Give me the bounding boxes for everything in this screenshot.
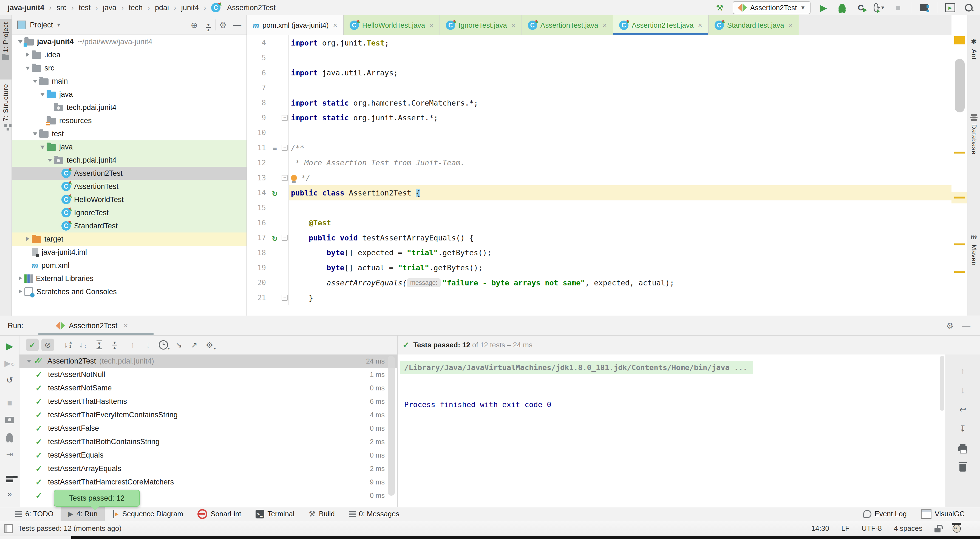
- breadcrumb-item[interactable]: junit4: [181, 3, 199, 12]
- breadcrumb-item[interactable]: test: [79, 3, 91, 12]
- toolwindow-toggle-icon[interactable]: [5, 524, 13, 533]
- export-results-button[interactable]: ↗: [188, 339, 200, 351]
- run-with-coverage-button[interactable]: C: [855, 2, 867, 14]
- test-root-row[interactable]: ✓✓Assertion2Test(tech.pdai.junit4)24 ms: [19, 355, 397, 368]
- code-line[interactable]: 7: [247, 80, 951, 95]
- restore-layout-button[interactable]: [3, 472, 16, 483]
- code-line[interactable]: 21− }: [247, 290, 951, 305]
- tree-row[interactable]: java-junit4~/pdai/www/java-junit4: [12, 35, 247, 48]
- profiler-button[interactable]: ▼: [873, 2, 885, 14]
- file-encoding[interactable]: UTF-8: [862, 524, 882, 533]
- tree-row[interactable]: Scratches and Consoles: [12, 285, 247, 298]
- import-test-results-button[interactable]: ⇥: [3, 448, 16, 460]
- breadcrumb-item[interactable]: src: [56, 3, 66, 12]
- breadcrumb-item[interactable]: pdai: [155, 3, 169, 12]
- comment-gutter-icon[interactable]: ≡: [272, 144, 277, 152]
- code-line[interactable]: 6import java.util.Arrays;: [247, 65, 951, 80]
- tree-row[interactable]: .idea: [12, 48, 247, 61]
- code-line[interactable]: 17↻− public void testAssertArrayEquals()…: [247, 230, 951, 245]
- tree-row[interactable]: CAssertionTest: [12, 180, 247, 193]
- editor-tab[interactable]: CHelloWorldTest.java×: [344, 15, 440, 35]
- tree-row[interactable]: main: [12, 75, 247, 88]
- code-line[interactable]: 10: [247, 125, 951, 140]
- stripe-tab-7-structure[interactable]: 7: Structure: [0, 81, 11, 147]
- toolwindow-button-sequence-diagram[interactable]: Sequence Diagram: [105, 507, 191, 521]
- tree-arrow-icon[interactable]: [24, 358, 34, 364]
- tree-row[interactable]: java: [12, 140, 247, 154]
- close-icon[interactable]: ×: [511, 21, 515, 30]
- lightbulb-icon[interactable]: [291, 175, 297, 181]
- sort-alphabetically-button[interactable]: ↓az: [59, 339, 72, 351]
- expand-all-button[interactable]: ▼▲: [93, 339, 105, 351]
- search-everywhere-button[interactable]: [963, 2, 975, 14]
- status-message[interactable]: Tests passed: 12 (moments ago): [18, 524, 121, 533]
- test-case-row[interactable]: ✓testAssertThatHasItems6 ms: [19, 395, 397, 408]
- test-history-button[interactable]: ▾: [157, 339, 170, 351]
- code-line[interactable]: 20 assertArrayEquals(message:"failure - …: [247, 275, 951, 290]
- build-hammer-icon[interactable]: ⚒: [714, 2, 725, 14]
- tree-row[interactable]: CIgnoreTest: [12, 206, 247, 219]
- toolwindow-button-build[interactable]: ⚒Build: [302, 507, 342, 521]
- code-line[interactable]: 15: [247, 200, 951, 216]
- print-button[interactable]: [957, 442, 969, 453]
- stripe-warning-tick[interactable]: [954, 243, 965, 245]
- rerun-button[interactable]: ▶: [3, 340, 16, 351]
- hide-panel-button[interactable]: —: [958, 321, 975, 331]
- code-line[interactable]: 9−import static org.junit.Assert.*;: [247, 110, 951, 125]
- tree-arrow-icon[interactable]: [16, 39, 24, 45]
- breadcrumb[interactable]: java-junit4›src›test›java›tech›pdai›juni…: [8, 0, 275, 15]
- fold-marker-icon[interactable]: −: [282, 145, 288, 151]
- tree-row[interactable]: src: [12, 61, 247, 75]
- filter-ignored-button[interactable]: ⊘: [41, 339, 54, 351]
- tree-row[interactable]: mpom.xml: [12, 259, 247, 272]
- tree-arrow-icon[interactable]: [31, 131, 39, 137]
- plugin-face-icon[interactable]: [953, 525, 961, 533]
- stripe-warning-square[interactable]: [954, 36, 965, 45]
- unlock-icon[interactable]: [934, 528, 940, 533]
- close-icon[interactable]: ×: [789, 21, 793, 30]
- indent-setting[interactable]: 4 spaces: [894, 524, 923, 533]
- tree-arrow-icon[interactable]: [16, 289, 24, 295]
- editor-tab[interactable]: mpom.xml (java-junit4)×: [247, 15, 344, 35]
- code-line[interactable]: 16 @Test: [247, 215, 951, 230]
- clear-console-button[interactable]: [957, 461, 969, 472]
- tree-row[interactable]: java-junit4.iml: [12, 246, 247, 259]
- run-anything-button[interactable]: ▶: [944, 2, 956, 14]
- filter-passed-button[interactable]: ✓: [26, 339, 39, 351]
- editor-tab[interactable]: CAssertion2Test.java×: [613, 15, 708, 35]
- fold-marker-icon[interactable]: −: [282, 115, 288, 121]
- editor-tab[interactable]: CAssertionTest.java×: [522, 15, 613, 35]
- console-scrollbar[interactable]: [940, 356, 944, 411]
- tree-row[interactable]: test: [12, 127, 247, 140]
- test-case-row[interactable]: ✓testAssertThatBothContainsString2 ms: [19, 435, 397, 448]
- run-tab[interactable]: Assertion2Test ×: [53, 316, 130, 335]
- settings-gear-icon[interactable]: ⚙: [942, 321, 958, 331]
- collapse-all-button[interactable]: ▼▲: [108, 339, 121, 351]
- close-icon[interactable]: ×: [603, 21, 607, 30]
- breadcrumb-class[interactable]: Assertion2Test: [227, 3, 275, 12]
- toolwindow-button-0-messages[interactable]: 0: Messages: [342, 507, 406, 521]
- code-line[interactable]: 14↻public class Assertion2Test {: [247, 185, 951, 200]
- run-button[interactable]: ▶: [818, 2, 829, 14]
- tree-arrow-icon[interactable]: [24, 52, 32, 58]
- test-case-row[interactable]: ✓testAssertEquals0 ms: [19, 448, 397, 462]
- line-ending[interactable]: LF: [841, 524, 850, 533]
- tree-arrow-icon[interactable]: [31, 78, 39, 84]
- tree-arrow-icon[interactable]: [24, 236, 32, 242]
- editor-scrollbar-thumb[interactable]: [955, 59, 965, 113]
- scroll-to-end-button[interactable]: ↧: [957, 423, 969, 434]
- stripe-tab-database[interactable]: Database: [967, 114, 980, 155]
- project-view-selector[interactable]: Project: [30, 21, 53, 29]
- toolwindow-button-visualgc[interactable]: VisualGC: [914, 507, 972, 521]
- breadcrumb-item[interactable]: tech: [129, 3, 143, 12]
- tree-arrow-icon[interactable]: [16, 275, 24, 282]
- editor-tab[interactable]: CStandardTest.java×: [708, 15, 799, 35]
- close-icon[interactable]: ×: [123, 321, 128, 330]
- locate-file-button[interactable]: ⊕: [187, 20, 201, 30]
- tree-row[interactable]: tech.pdai.junit4: [12, 154, 247, 167]
- run-console[interactable]: /Library/Java/JavaVirtualMachines/jdk1.8…: [398, 355, 945, 507]
- stripe-warning-tick[interactable]: [954, 152, 965, 154]
- tree-row[interactable]: CStandardTest: [12, 219, 247, 232]
- run-test-gutter-icon[interactable]: ↻: [272, 232, 277, 243]
- import-results-button[interactable]: ↘: [172, 339, 185, 351]
